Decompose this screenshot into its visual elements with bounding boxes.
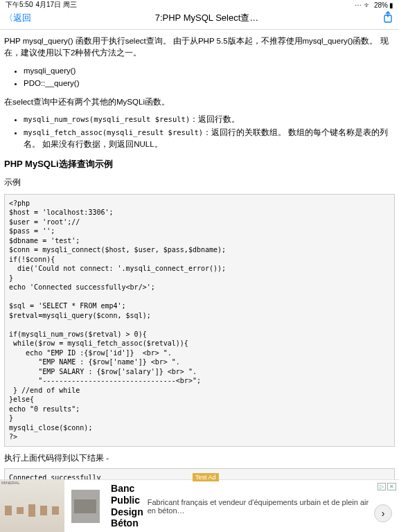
battery-icon: ▮ [389, 1, 393, 9]
intro-text: PHP mysql_query() 函数用于执行select查询。 由于从PHP… [4, 35, 395, 60]
ad-banner[interactable]: Test Ad MINERAL Banc Public Design Béton… [0, 479, 399, 532]
list-item: PDO::__query() [24, 78, 395, 89]
fn-name: mysqli_num_rows(mysqli_result $result) [24, 115, 190, 123]
other-fns-list: mysqli_num_rows(mysqli_result $result)：返… [24, 114, 395, 150]
ad-image-1[interactable]: MINERAL [0, 480, 64, 533]
status-time: 下午5:50 [6, 0, 33, 10]
page-title: 7:PHP MySQL Select查… [31, 12, 382, 24]
list-item: mysqli_fetch_assoc(mysqli_result $result… [24, 127, 395, 151]
fn-desc: ：返回行数。 [190, 115, 240, 123]
chevron-right-icon: › [382, 508, 385, 519]
result-label: 执行上面代码得到以下结果 - [4, 452, 395, 464]
fn-name: mysqli_fetch_assoc(mysqli_result $result… [24, 128, 203, 136]
ad-image-2[interactable] [71, 490, 100, 523]
back-button[interactable]: 〈 返回 [4, 12, 31, 24]
other-intro: 在select查询中还有两个其他的MySQLi函数。 [4, 96, 395, 108]
section-heading: PHP MySQLi选择查询示例 [4, 157, 395, 171]
ad-description: Fabricant français et vendeur d'équipeme… [148, 498, 371, 515]
ad-next-button[interactable]: › [374, 504, 392, 522]
chevron-left-icon: 〈 [4, 12, 13, 24]
test-ad-badge: Test Ad [193, 473, 219, 481]
list-item: mysqli_query() [24, 65, 395, 77]
wifi-icon: ⋯ [355, 1, 362, 9]
status-bar: 下午5:50 4月17日 周三 ⋯ ᯤ 28% ▮ [0, 0, 399, 10]
code-example: <?php $host = 'localhost:3306'; $user = … [4, 194, 395, 447]
battery-pct: 28% [374, 1, 388, 9]
list-item: mysqli_num_rows(mysqli_result $result)：返… [24, 114, 395, 125]
adchoices-icon[interactable]: ▷ [378, 483, 386, 490]
example-label: 示例 [4, 177, 395, 188]
content-area: PHP mysql_query() 函数用于执行select查询。 由于从PHP… [0, 30, 399, 532]
nav-bar: 〈 返回 7:PHP MySQL Select查… [0, 10, 399, 30]
status-date: 4月17日 周三 [35, 0, 76, 10]
ad-close-icon[interactable]: ✕ [387, 483, 396, 490]
ad-title: Banc Public Design Béton [111, 483, 143, 529]
share-button[interactable] [382, 11, 395, 26]
alternatives-list: mysqli_query() PDO::__query() [24, 65, 395, 90]
ad-brand: MINERAL [0, 480, 64, 488]
back-label: 返回 [13, 12, 31, 24]
